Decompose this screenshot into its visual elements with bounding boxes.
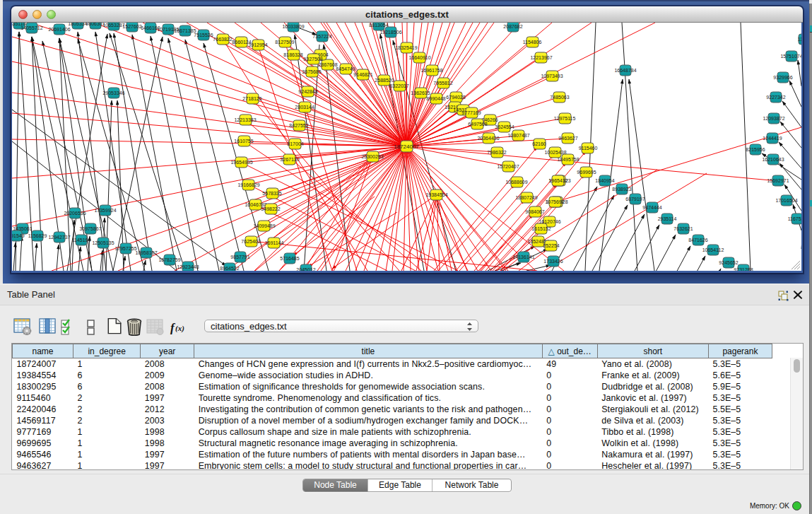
svg-text:17957255: 17957255 [114,246,136,251]
svg-text:8427552: 8427552 [289,123,308,128]
svg-text:3624554: 3624554 [495,124,514,129]
svg-text:9463627: 9463627 [558,136,577,141]
svg-text:9474444: 9474444 [642,205,661,210]
svg-text:9245652: 9245652 [719,260,738,265]
svg-text:8215956: 8215956 [746,147,765,152]
svg-text:2087682: 2087682 [503,24,522,29]
svg-text:11171: 11171 [798,37,801,42]
svg-text:9699695: 9699695 [577,170,596,175]
svg-text:12213383: 12213383 [234,117,256,122]
svg-text:16210643: 16210643 [762,157,784,162]
svg-text:20364436: 20364436 [477,136,499,141]
svg-text:12942737: 12942737 [48,235,70,240]
svg-text:1167530: 1167530 [788,216,801,221]
svg-text:2588520: 2588520 [375,78,394,83]
svg-text:1615152: 1615152 [531,226,551,231]
svg-text:7625402: 7625402 [241,239,260,244]
svg-text:252254: 252254 [543,243,559,248]
svg-text:9857791: 9857791 [230,255,249,259]
svg-text:7663822: 7663822 [213,37,232,42]
svg-text:16961758: 16961758 [420,68,442,73]
svg-text:12975115: 12975115 [554,116,576,121]
svg-text:1362615: 1362615 [411,90,430,95]
svg-text:25300293: 25300293 [361,154,383,159]
svg-text:8454749: 8454749 [336,66,355,71]
svg-text:7986322: 7986322 [487,150,506,155]
svg-text:8964522: 8964522 [220,266,239,271]
svg-text:15751074: 15751074 [780,54,801,59]
svg-text:391549: 391549 [12,233,25,238]
svg-text:8938923: 8938923 [612,187,631,192]
svg-text:9242848: 9242848 [298,89,317,94]
svg-text:62160: 62160 [532,141,546,146]
svg-text:19218506: 19218506 [379,30,401,35]
svg-text:10688609: 10688609 [505,180,527,185]
svg-text:9227342: 9227342 [766,95,785,100]
svg-text:20206536: 20206536 [64,211,86,216]
svg-text:14055712: 14055712 [20,25,42,30]
svg-text:9329966: 9329966 [773,75,792,80]
svg-text:7485063: 7485063 [550,95,569,100]
svg-text:10654112: 10654112 [702,247,724,252]
svg-text:1075692: 1075692 [545,199,564,204]
svg-text:7632621: 7632621 [673,226,693,231]
svg-text:16648784: 16648784 [614,68,636,73]
svg-text:817004: 817004 [287,141,303,146]
svg-text:8186328: 8186328 [283,52,302,57]
svg-text:2935114: 2935114 [658,216,677,221]
svg-text:19654935: 19654935 [230,160,252,165]
svg-text:9084067: 9084067 [525,209,544,214]
svg-text:18807249: 18807249 [515,195,537,200]
svg-text:18495758: 18495758 [557,157,579,162]
svg-text:7357224: 7357224 [312,34,331,39]
svg-text:29053346: 29053346 [102,90,124,95]
svg-text:1965412: 1965412 [548,178,567,183]
svg-text:10653287: 10653287 [102,23,124,28]
svg-text:9731288: 9731288 [734,267,753,271]
svg-text:6879197: 6879197 [625,197,645,201]
svg-text:16782759: 16782759 [158,257,180,262]
svg-text:5716485: 5716485 [280,256,299,261]
svg-text:12213967: 12213967 [530,55,552,60]
svg-text:1156829: 1156829 [28,233,47,238]
svg-text:19166829: 19166829 [237,182,259,187]
svg-text:17016504: 17016504 [775,198,797,203]
svg-text:16671385: 16671385 [174,28,196,33]
svg-text:10958107: 10958107 [135,250,157,255]
svg-text:18724007: 18724007 [394,144,419,150]
svg-text:3498222: 3498222 [261,206,280,211]
svg-text:7955812: 7955812 [433,81,452,86]
svg-text:16640910: 16640910 [408,55,430,60]
svg-text:7515526: 7515526 [194,33,213,37]
svg-text:1154806: 1154806 [523,40,542,45]
svg-text:3912954: 3912954 [248,42,267,47]
svg-text:2718126: 2718126 [242,96,261,101]
svg-text:15720407: 15720407 [497,164,519,169]
svg-text:19384554: 19384554 [425,192,447,197]
svg-text:1733426: 1733426 [543,259,563,264]
svg-text:30975867: 30975867 [79,226,101,231]
svg-text:3267130: 3267130 [280,157,299,162]
svg-text:8990448: 8990448 [426,96,445,101]
svg-text:12505135: 12505135 [92,240,114,245]
svg-text:8813054: 8813054 [369,23,388,28]
svg-text:15692971: 15692971 [767,178,789,183]
svg-text:12093872: 12093872 [763,116,784,121]
svg-text:17359924: 17359924 [94,208,116,213]
svg-text:3675685: 3675685 [302,69,321,74]
svg-text:2045012: 2045012 [296,267,315,271]
svg-text:2803144: 2803144 [295,105,314,110]
svg-text:1244419: 1244419 [763,136,782,141]
svg-text:1691144: 1691144 [265,240,284,245]
svg-text:14136141: 14136141 [512,255,534,259]
svg-text:1527602: 1527602 [122,24,141,29]
svg-text:6497568: 6497568 [468,122,487,127]
svg-text:16033809: 16033809 [282,24,304,29]
svg-text:9146821: 9146821 [353,72,372,77]
svg-text:10973493: 10973493 [541,74,563,78]
svg-text:8322037: 8322037 [389,83,408,88]
svg-text:9115460: 9115460 [579,146,598,151]
svg-text:9777169: 9777169 [461,110,481,115]
svg-text:8471626: 8471626 [688,238,707,243]
svg-text:9327508: 9327508 [303,57,322,62]
